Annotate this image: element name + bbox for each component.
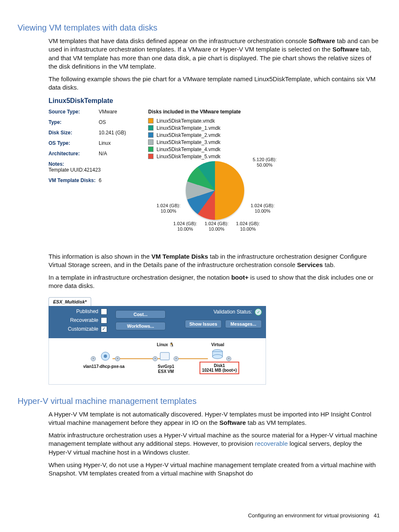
slice-label: 1.024 (GB):10.00% [156, 203, 180, 215]
add-node-icon[interactable]: + [226, 356, 231, 361]
figure-vmware-template: Linux5DiskTemplate Source Type:VMware Ty… [49, 97, 337, 245]
slice-label: 1.024 (GB):10.00% [236, 221, 260, 233]
add-node-icon[interactable]: + [153, 356, 158, 361]
template-title: Linux5DiskTemplate [49, 97, 337, 105]
text: tab as VM templates. [246, 419, 307, 426]
node-vm-os-label: Linux 🐧 [157, 342, 174, 347]
prop-key: Architecture: [49, 151, 99, 157]
pie-icon [186, 161, 244, 220]
section-heading-hyperv: Hyper-V virtual machine management templ… [18, 396, 381, 406]
prop-val: Linux [99, 140, 111, 146]
legend-label: Linux5DiskTemplate_1.vmdk [156, 125, 220, 131]
penguin-icon: 🐧 [169, 342, 174, 347]
pie-chart: 5.120 (GB):50.00% 1.024 (GB):10.00% 1.02… [148, 161, 332, 245]
chart-title: Disks included in the VMware template [148, 109, 332, 115]
slice-label: 1.024 (GB):10.00% [251, 203, 274, 215]
para-6: Matrix infrastructure orchestration uses… [49, 431, 380, 457]
customizable-checkbox[interactable]: ✓ [101, 326, 107, 332]
legend-swatch-icon [148, 118, 153, 123]
svg-rect-2 [160, 352, 169, 360]
section-heading-viewing: Viewing VM templates with data disks [18, 23, 381, 33]
node-virtual-label: Virtual [211, 342, 224, 347]
published-checkbox[interactable] [101, 308, 107, 315]
legend-swatch-icon [148, 125, 153, 131]
para-3: This information is also shown in the VM… [49, 252, 380, 270]
tab-esx-multidisk[interactable]: ESX_Multidisk* [49, 297, 91, 306]
workflows-button[interactable]: Workflows... [115, 322, 166, 330]
slice-label: 5.120 (GB):50.00% [253, 157, 276, 169]
text: In a template in infrastructure orchestr… [49, 274, 231, 281]
para-7: When using Hyper-V, do not use a Hyper-V… [49, 461, 380, 478]
bold-software: Software [220, 419, 246, 426]
flag-published-label: Published [76, 308, 98, 314]
bold-software: Software [332, 46, 359, 53]
designer-canvas: + + vlan117-dhcp-pxe-sa Linux 🐧 + + SvrG… [49, 338, 266, 385]
prop-key: Source Type: [49, 109, 99, 115]
prop-val: 10.241 (GB) [99, 130, 126, 136]
svg-point-5 [212, 355, 223, 359]
footer-text: Configuring an environment for virtual p… [248, 512, 369, 519]
para-4: In a template in infrastructure orchestr… [49, 273, 380, 290]
svg-point-1 [104, 355, 107, 358]
designer-toolbar: Published Recoverable Customizable✓ Cost… [49, 306, 266, 338]
para-5: A Hyper-V VM template is not automatical… [49, 410, 380, 427]
add-node-icon[interactable]: + [174, 356, 179, 361]
network-icon [97, 350, 114, 362]
para-1: VM templates that have data disks define… [49, 37, 380, 71]
legend-swatch-icon [148, 139, 153, 145]
add-node-icon[interactable]: + [91, 356, 96, 361]
vm-icon [159, 350, 171, 362]
legend-swatch-icon [148, 146, 153, 152]
prop-key: VM Template Disks: [49, 177, 99, 183]
messages-button[interactable]: Messages... [225, 320, 262, 328]
bold-software: Software [309, 37, 335, 44]
status-ok-icon: ✓ [255, 308, 262, 316]
figure-designer: ESX_Multidisk* Published Recoverable Cus… [49, 297, 266, 385]
prop-val: VMware [99, 109, 117, 115]
slice-label: 1.024 (GB):10.00% [205, 221, 228, 233]
bold-bootplus: boot+ [231, 274, 248, 281]
disk-highlight-box: Disk110241 MB (boot+) [200, 362, 239, 374]
page-footer: Configuring an environment for virtual p… [248, 512, 380, 519]
prop-key: Notes: [49, 161, 99, 167]
cost-button[interactable]: Cost... [115, 310, 166, 319]
prop-val: 6 [99, 177, 102, 183]
validation-status-label: Validation Status: [213, 309, 252, 315]
add-node-icon[interactable]: + [115, 356, 120, 361]
legend-label: Linux5DiskTemplate_3.vmdk [156, 139, 220, 145]
prop-key: OS Type: [49, 140, 99, 146]
slice-label: 1.024 (GB):10.00% [173, 221, 197, 233]
prop-val: OS [99, 119, 106, 125]
prop-key: Disk Size: [49, 130, 99, 136]
prop-key: Type: [49, 119, 99, 125]
disk-icon [211, 348, 224, 361]
text: A Hyper-V VM template is not automatical… [49, 411, 371, 426]
prop-val: N/A [99, 151, 107, 157]
bold-services: Services [297, 261, 323, 268]
node-vm-label: SvrGrp1ESX VM [158, 364, 174, 374]
text: This information is also shown in the [49, 253, 151, 260]
bold-vtd: VM Template Disks [151, 253, 208, 260]
legend-swatch-icon [148, 154, 153, 159]
template-properties: Source Type:VMware Type:OS Disk Size:10.… [49, 109, 147, 188]
legend-swatch-icon [148, 132, 153, 138]
page-number: 41 [374, 512, 380, 519]
legend-label: Linux5DiskTemplate_2.vmdk [156, 132, 220, 138]
node-network-label: vlan117-dhcp-pxe-sa [83, 364, 125, 369]
text: tab. [323, 261, 335, 268]
legend-label: Linux5DiskTemplate_5.vmdk [156, 154, 220, 159]
show-issues-button[interactable]: Show Issues [185, 320, 222, 328]
legend-label: Linux5DiskTemplate_4.vmdk [156, 146, 220, 152]
flag-recoverable-label: Recoverable [70, 317, 98, 323]
legend-label: Linux5DiskTemplate.vmdk [156, 118, 215, 124]
para-2: The following example shows the pie char… [49, 75, 380, 92]
recoverable-link[interactable]: recoverable [255, 440, 288, 447]
recoverable-checkbox[interactable] [101, 317, 107, 324]
text: VM templates that have data disks define… [49, 37, 309, 44]
prop-val: Template UUID:421423 [49, 167, 101, 173]
flag-customizable-label: Customizable [68, 326, 98, 332]
